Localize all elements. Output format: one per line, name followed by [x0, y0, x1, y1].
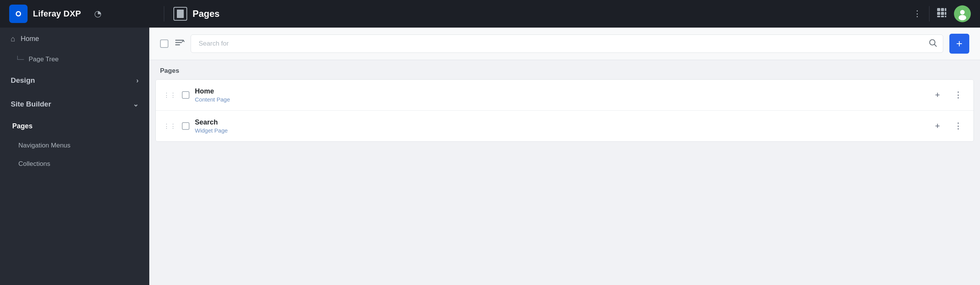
pages-list: ⋮⋮ Home Content Page + ⋮ ⋮⋮ Search Widg — [155, 79, 974, 142]
chevron-right-icon: › — [136, 77, 139, 85]
table-row: ⋮⋮ Search Widget Page + ⋮ — [156, 111, 973, 141]
svg-rect-8 — [945, 12, 946, 15]
svg-rect-10 — [941, 16, 944, 17]
row-checkbox-search[interactable] — [182, 122, 189, 130]
page-type-home: Content Page — [195, 96, 924, 103]
page-tree-label: Page Tree — [29, 56, 59, 63]
svg-rect-6 — [937, 12, 940, 15]
nav-vertical-divider — [929, 6, 929, 21]
page-name-home: Home — [195, 87, 924, 95]
row-kebab-menu-home[interactable]: ⋮ — [951, 87, 966, 103]
brand-name: Liferay DXP — [33, 9, 81, 19]
page-name-search: Search — [195, 118, 924, 126]
page-main-title: Pages — [193, 8, 220, 19]
drag-handle-icon[interactable]: ⋮⋮ — [163, 92, 176, 99]
page-icon-inner — [177, 10, 184, 18]
search-input[interactable] — [191, 34, 943, 53]
svg-rect-7 — [941, 12, 944, 15]
pages-section-label: Pages — [149, 60, 980, 79]
table-row: ⋮⋮ Home Content Page + ⋮ — [156, 80, 973, 111]
select-all-checkbox[interactable] — [160, 39, 168, 48]
navigation-menus-label: Navigation Menus — [18, 142, 70, 149]
svg-point-13 — [960, 10, 965, 15]
sidebar-section-site-builder[interactable]: Site Builder ⌄ — [0, 92, 149, 116]
pages-label: Pages — [12, 122, 33, 130]
nav-divider — [164, 6, 164, 21]
site-builder-label: Site Builder — [11, 100, 51, 108]
svg-rect-11 — [945, 16, 946, 17]
content-area: + Pages ⋮⋮ Home Content Page + ⋮ — [149, 28, 980, 285]
reload-icon[interactable]: ◔ — [94, 9, 101, 19]
svg-rect-3 — [937, 8, 940, 11]
content-toolbar: + — [149, 28, 980, 60]
chevron-down-icon: ⌄ — [133, 100, 139, 108]
sort-icon[interactable] — [175, 38, 185, 50]
page-info-home: Home Content Page — [195, 87, 924, 103]
sidebar-section-design[interactable]: Design › — [0, 69, 149, 92]
row-checkbox-home[interactable] — [182, 91, 189, 99]
svg-point-14 — [959, 15, 966, 20]
sidebar-item-home[interactable]: ⌂ Home — [0, 28, 149, 50]
add-child-page-button-home[interactable]: + — [930, 87, 945, 103]
brand-logo[interactable] — [9, 5, 28, 23]
home-icon: ⌂ — [11, 34, 15, 43]
page-info-search: Search Widget Page — [195, 118, 924, 134]
app-grid-icon[interactable] — [936, 7, 947, 21]
add-page-button[interactable]: + — [949, 34, 969, 54]
svg-rect-4 — [941, 8, 944, 11]
home-label: Home — [21, 35, 39, 43]
nav-right: ⋮ — [913, 5, 971, 22]
sidebar-item-pages[interactable]: Pages — [0, 116, 149, 136]
sidebar: ⌂ Home └─ Page Tree Design › Site Builde… — [0, 28, 149, 285]
tree-icon: └─ — [15, 56, 24, 63]
page-type-search: Widget Page — [195, 127, 924, 134]
svg-rect-5 — [945, 8, 946, 11]
main-layout: ⌂ Home └─ Page Tree Design › Site Builde… — [0, 28, 980, 285]
sidebar-item-navigation-menus[interactable]: Navigation Menus — [0, 136, 149, 155]
svg-point-2 — [17, 12, 20, 15]
kebab-menu-icon[interactable]: ⋮ — [913, 9, 922, 19]
row-kebab-menu-search[interactable]: ⋮ — [951, 118, 966, 134]
brand-area: Liferay DXP ◔ — [9, 5, 155, 23]
svg-rect-9 — [937, 16, 940, 17]
top-navbar: Liferay DXP ◔ Pages ⋮ — [0, 0, 980, 28]
sidebar-item-page-tree[interactable]: └─ Page Tree — [0, 50, 149, 69]
sidebar-item-collections[interactable]: Collections — [0, 155, 149, 173]
page-title-area: Pages — [173, 7, 913, 21]
page-icon-box — [173, 7, 187, 21]
design-label: Design — [11, 76, 35, 85]
search-bar — [191, 34, 943, 53]
add-child-page-button-search[interactable]: + — [930, 118, 945, 134]
search-button[interactable] — [929, 39, 937, 49]
user-avatar[interactable] — [954, 5, 971, 22]
collections-label: Collections — [18, 160, 50, 167]
svg-line-19 — [934, 44, 937, 46]
drag-handle-icon[interactable]: ⋮⋮ — [163, 123, 176, 130]
pages-content: Pages ⋮⋮ Home Content Page + ⋮ ⋮⋮ — [149, 60, 980, 285]
